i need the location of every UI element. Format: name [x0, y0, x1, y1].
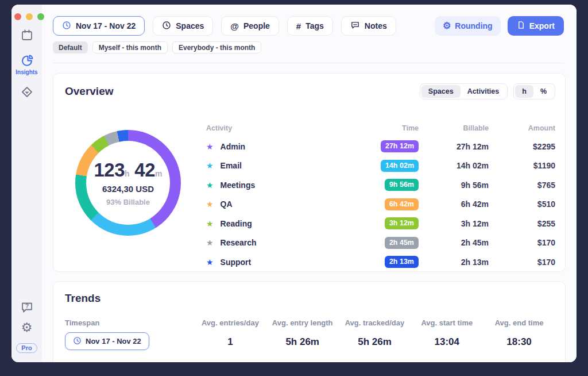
donut-chart-wrap: 123h 42m 6324,30 USD 93% Billable	[75, 130, 181, 236]
view-toggle-activities[interactable]: Activities	[461, 85, 506, 98]
export-button[interactable]: Export	[508, 16, 564, 36]
activity-row[interactable]: ★ Reading 3h 12m 3h 12m $255	[206, 214, 555, 233]
amount-value: $765	[537, 181, 555, 190]
clock-icon	[162, 21, 171, 32]
time-badge: 2h 45m	[385, 237, 419, 249]
amount-value: $170	[537, 258, 555, 267]
saved-filter-chips: Default Myself - this month Everybody - …	[53, 41, 564, 53]
zoom-window-button[interactable]	[37, 13, 44, 20]
spaces-filter-label: Spaces	[176, 21, 204, 30]
billable-value: 3h 12m	[461, 219, 489, 228]
activity-name: QA	[220, 199, 233, 209]
time-badge: 6h 42m	[385, 198, 419, 210]
activity-name: Reading	[220, 219, 252, 228]
gear-icon: ⚙	[21, 321, 33, 334]
close-window-button[interactable]	[14, 13, 21, 20]
time-badge: 3h 12m	[385, 217, 419, 229]
trends-title: Trends	[65, 292, 555, 305]
date-range-button[interactable]: Nov 17 - Nov 22	[53, 16, 145, 36]
billable-value: 2h 45m	[461, 238, 489, 247]
document-icon	[517, 21, 525, 31]
unit-toggle-percent[interactable]: %	[533, 85, 554, 98]
people-filter-label: People	[243, 21, 270, 30]
gear-icon: ⚙	[443, 21, 451, 30]
amount-value: $255	[537, 219, 555, 228]
stat-entries-per-day: Avg. entries/day 1	[194, 319, 266, 350]
activity-star-icon: ★	[206, 181, 214, 189]
pro-badge[interactable]: Pro	[16, 343, 37, 353]
notes-filter-label: Notes	[365, 21, 387, 30]
amount-value: $170	[537, 238, 555, 247]
header-amount: Amount	[489, 124, 555, 132]
sidebar-item-help[interactable]: ?	[20, 300, 34, 314]
billable-percent: 93% Billable	[106, 198, 150, 206]
activity-row[interactable]: ★ Admin 27h 12m 27h 12m $2295	[206, 137, 555, 156]
chip-myself-this-month[interactable]: Myself - this month	[92, 41, 168, 53]
total-amount: 6324,30 USD	[102, 184, 154, 194]
tags-filter-button[interactable]: # Tags	[287, 16, 333, 36]
total-time: 123h 42m	[94, 159, 163, 181]
activity-table: Activity Time Billable Amount ★ Admin 27…	[206, 122, 555, 272]
spaces-filter-button[interactable]: Spaces	[153, 16, 213, 36]
trends-date-range-button[interactable]: Nov 17 - Nov 22	[65, 332, 149, 350]
activity-row[interactable]: ★ Meetings 9h 56m 9h 56m $765	[206, 175, 555, 195]
sidebar-item-calendar[interactable]	[20, 28, 34, 43]
overview-title: Overview	[65, 85, 114, 98]
amount-value: $1190	[533, 161, 555, 170]
view-toggle: Spaces Activities	[420, 83, 508, 99]
stat-tracked-per-day: Avg. tracked/day 5h 26m	[339, 319, 411, 350]
billable-value: 6h 42m	[461, 199, 489, 209]
activity-row[interactable]: ★ Support 2h 13m 2h 13m $170	[206, 252, 555, 272]
help-bubble-icon: ?	[20, 300, 34, 314]
amount-value: $510	[537, 199, 555, 209]
chip-everybody-this-month[interactable]: Everybody - this month	[172, 41, 261, 53]
window-controls	[14, 13, 44, 20]
content: Overview Spaces Activities h %	[42, 63, 577, 362]
time-badge: 2h 13m	[385, 256, 419, 268]
sidebar-item-automation[interactable]	[20, 85, 34, 99]
activity-name: Support	[220, 258, 252, 267]
sidebar-item-settings[interactable]: ⚙	[20, 320, 34, 335]
date-range-label: Nov 17 - Nov 22	[76, 21, 136, 30]
stat-end-time: Avg. end time 18:30	[483, 319, 555, 350]
tags-filter-label: Tags	[305, 21, 324, 30]
activity-table-body: ★ Admin 27h 12m 27h 12m $2295 ★ Email 14…	[206, 137, 555, 272]
stat-start-time: Avg. start time 13:04	[411, 319, 483, 350]
header-billable: Billable	[419, 124, 489, 132]
activity-row[interactable]: ★ QA 6h 42m 6h 42m $510	[206, 195, 555, 214]
trends-card: Trends Timespan Nov 17 - Nov 22	[53, 281, 566, 362]
activity-table-header: Activity Time Billable Amount	[206, 122, 555, 135]
hash-icon: #	[296, 21, 301, 31]
time-badge: 14h 02m	[381, 160, 419, 172]
activity-star-icon: ★	[206, 258, 214, 266]
people-filter-button[interactable]: @ People	[221, 16, 279, 36]
unit-toggle-hours[interactable]: h	[515, 85, 533, 98]
pie-chart-icon	[20, 53, 34, 67]
app-window: Insights ? ⚙ Pro	[11, 5, 577, 362]
stat-entry-length: Avg. entry length 5h 26m	[266, 319, 339, 350]
svg-text:?: ?	[25, 303, 28, 309]
chip-default[interactable]: Default	[53, 41, 88, 53]
toolbar: Nov 17 - Nov 22 Spaces @ People #	[53, 16, 564, 36]
billable-value: 2h 13m	[461, 258, 489, 267]
amount-value: $2295	[533, 142, 555, 151]
activity-star-icon: ★	[206, 143, 214, 151]
minimize-window-button[interactable]	[26, 13, 33, 20]
time-badge: 27h 12m	[381, 140, 419, 152]
activity-row[interactable]: ★ Email 14h 02m 14h 02m $1190	[206, 156, 555, 176]
activity-star-icon: ★	[206, 200, 214, 208]
unit-toggle: h %	[513, 83, 555, 99]
view-toggle-spaces[interactable]: Spaces	[421, 85, 461, 98]
rounding-label: Rounding	[455, 21, 492, 30]
activity-row[interactable]: ★ Research 2h 45m 2h 45m $170	[206, 233, 555, 253]
time-badge: 9h 56m	[385, 179, 419, 191]
trends-timespan-col: Timespan Nov 17 - Nov 22	[65, 319, 194, 350]
billable-value: 9h 56m	[461, 181, 489, 190]
notes-filter-button[interactable]: Notes	[341, 16, 396, 36]
note-bubble-icon	[350, 20, 360, 32]
sidebar-item-insights[interactable]	[20, 53, 34, 68]
main-area: Nov 17 - Nov 22 Spaces @ People #	[42, 5, 577, 362]
rounding-button[interactable]: ⚙ Rounding	[435, 16, 501, 36]
at-icon: @	[230, 21, 239, 31]
header-activity: Activity	[206, 124, 332, 132]
